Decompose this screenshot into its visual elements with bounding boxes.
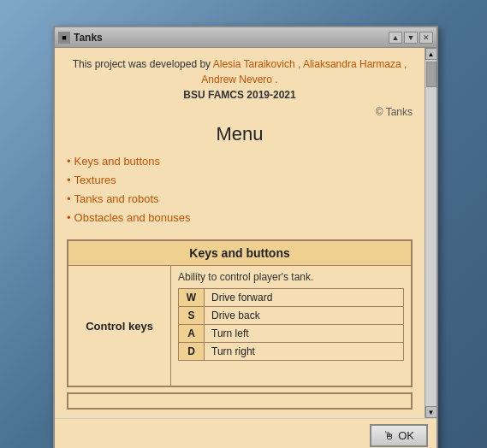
credits-section: This project was developed by Alesia Tar… xyxy=(67,56,413,103)
action-turn-right: Turn right xyxy=(205,343,404,361)
bottom-bar: 🖱 OK xyxy=(55,418,437,448)
main-window: ■ Tanks ▲ ▼ ✕ This project was developed… xyxy=(53,26,438,448)
scrollbar-up-arrow[interactable]: ▲ xyxy=(425,48,437,60)
close-button[interactable]: ✕ xyxy=(419,32,433,44)
action-drive-forward: Drive forward xyxy=(205,289,404,307)
credits-org: BSU FAMCS 2019-2021 xyxy=(67,87,413,103)
menu-list: Keys and buttons Textures Tanks and robo… xyxy=(67,152,413,227)
window-icon: ■ xyxy=(58,32,70,44)
partial-section xyxy=(67,392,413,410)
key-w: W xyxy=(179,289,205,307)
title-bar: ■ Tanks ▲ ▼ ✕ xyxy=(55,27,437,48)
control-keys-label: Control keys xyxy=(68,266,171,386)
key-a: A xyxy=(179,325,205,343)
window-content: This project was developed by Alesia Tar… xyxy=(55,48,425,418)
table-row: A Turn left xyxy=(179,325,404,343)
keys-section: Keys and buttons Control keys Ability to… xyxy=(67,239,413,387)
title-bar-left: ■ Tanks xyxy=(58,32,103,44)
scrollbar-thumb[interactable] xyxy=(426,62,437,87)
keys-section-title: Keys and buttons xyxy=(68,241,411,266)
ok-icon: 🖱 xyxy=(383,429,395,442)
action-drive-back: Drive back xyxy=(205,307,404,325)
title-bar-controls: ▲ ▼ ✕ xyxy=(389,32,433,44)
menu-item-keys[interactable]: Keys and buttons xyxy=(67,152,413,171)
ok-label: OK xyxy=(398,429,414,442)
table-row: D Turn right xyxy=(179,343,404,361)
keys-section-body: Control keys Ability to control player's… xyxy=(68,266,411,386)
credits-authors: Alesia Taraikovich , Aliaksandra Harmaza… xyxy=(201,58,407,85)
table-row: S Drive back xyxy=(179,307,404,325)
scrollbar-down-arrow[interactable]: ▼ xyxy=(425,406,437,418)
maximize-button[interactable]: ▼ xyxy=(404,32,418,44)
menu-item-tanks[interactable]: Tanks and robots xyxy=(67,190,413,209)
menu-item-obstacles[interactable]: Obstacles and bonuses xyxy=(67,209,413,227)
menu-item-textures[interactable]: Textures xyxy=(67,171,413,190)
minimize-button[interactable]: ▲ xyxy=(389,32,402,44)
table-row: W Drive forward xyxy=(179,289,404,307)
key-s: S xyxy=(179,307,205,325)
control-right: Ability to control player's tank. W Driv… xyxy=(171,266,411,386)
action-turn-left: Turn left xyxy=(205,325,404,343)
menu-title: Menu xyxy=(67,123,413,145)
keys-table: W Drive forward S Drive back A Turn left xyxy=(178,288,404,361)
ok-button[interactable]: 🖱 OK xyxy=(370,424,428,447)
window-body: This project was developed by Alesia Tar… xyxy=(55,48,437,418)
ability-text: Ability to control player's tank. xyxy=(178,271,404,283)
credits-line1: This project was developed by Alesia Tar… xyxy=(67,56,413,87)
window-title: Tanks xyxy=(74,32,103,44)
copyright-text: © Tanks xyxy=(67,106,413,118)
scrollbar: ▲ ▼ xyxy=(425,48,437,418)
key-d: D xyxy=(179,343,205,361)
